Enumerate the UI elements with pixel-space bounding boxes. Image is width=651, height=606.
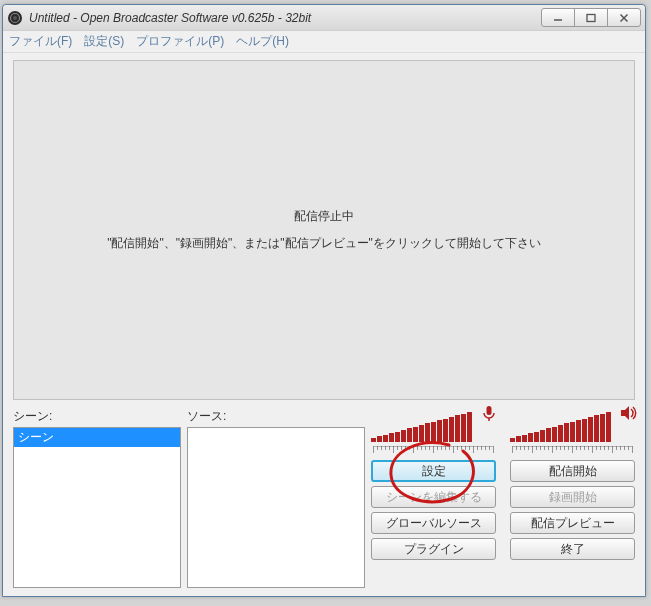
stream-status-text: 配信停止中	[294, 208, 354, 225]
menu-profile[interactable]: プロファイル(P)	[136, 33, 224, 50]
audio-meters	[371, 408, 635, 442]
meter-rulers	[371, 446, 635, 456]
stream-hint-text: "配信開始"、"録画開始"、または"配信プレビュー"をクリックして開始して下さい	[107, 235, 541, 252]
meter-bar	[588, 417, 593, 442]
meter-bar	[401, 430, 406, 442]
meter-bar	[570, 422, 575, 442]
svg-rect-4	[587, 14, 595, 21]
menu-help[interactable]: ヘルプ(H)	[236, 33, 289, 50]
menubar: ファイル(F) 設定(S) プロファイル(P) ヘルプ(H)	[3, 31, 645, 53]
start-record-button[interactable]: 録画開始	[510, 486, 635, 508]
controls-panel: 設定 配信開始 シーンを編集する 録画開始 グローバルソース 配信プレビュー プ…	[371, 408, 635, 588]
sources-panel: ソース:	[187, 408, 365, 588]
meter-bar	[540, 430, 545, 442]
meter-bar	[455, 415, 460, 442]
meter-bar	[425, 423, 430, 442]
scene-item[interactable]: シーン	[14, 428, 180, 447]
meter-bar	[377, 436, 382, 442]
bottom-panels: シーン: シーン ソース:	[13, 408, 635, 588]
meter-bar	[461, 414, 466, 442]
obs-app-icon	[7, 10, 23, 26]
meter-bar	[600, 414, 605, 442]
settings-button[interactable]: 設定	[371, 460, 496, 482]
sources-listbox[interactable]	[187, 427, 365, 588]
edit-scene-button[interactable]: シーンを編集する	[371, 486, 496, 508]
menu-file[interactable]: ファイル(F)	[9, 33, 72, 50]
window-controls	[541, 8, 641, 27]
minimize-button[interactable]	[541, 8, 575, 27]
meter-bar	[546, 428, 551, 442]
scenes-panel: シーン: シーン	[13, 408, 181, 588]
close-button[interactable]	[607, 8, 641, 27]
meter-bar	[558, 425, 563, 442]
meter-bar	[552, 427, 557, 442]
speaker-meter[interactable]	[510, 408, 635, 442]
meter-bar	[564, 423, 569, 442]
ruler-speaker	[510, 446, 635, 456]
microphone-icon	[480, 404, 498, 422]
maximize-icon	[586, 13, 596, 23]
mic-meter[interactable]	[371, 408, 496, 442]
svg-point-2	[13, 16, 17, 20]
preview-stream-button[interactable]: 配信プレビュー	[510, 512, 635, 534]
exit-button[interactable]: 終了	[510, 538, 635, 560]
plugins-button[interactable]: プラグイン	[371, 538, 496, 560]
ruler-mic	[371, 446, 496, 456]
meter-bar	[449, 417, 454, 442]
window-title: Untitled - Open Broadcaster Software v0.…	[29, 11, 541, 25]
meter-bar	[516, 436, 521, 442]
meter-bar	[510, 438, 515, 442]
speaker-icon	[619, 404, 637, 422]
sources-label: ソース:	[187, 408, 365, 425]
meter-bar	[413, 427, 418, 442]
minimize-icon	[553, 13, 563, 23]
scenes-label: シーン:	[13, 408, 181, 425]
meter-bar	[371, 438, 376, 442]
meter-bar	[383, 435, 388, 442]
meter-bar	[576, 420, 581, 442]
meter-bar	[395, 432, 400, 443]
application-window: Untitled - Open Broadcaster Software v0.…	[2, 4, 646, 597]
meter-bar	[437, 420, 442, 442]
meter-bar	[528, 433, 533, 442]
meter-bar	[407, 428, 412, 442]
meter-bar	[582, 419, 587, 443]
menu-settings[interactable]: 設定(S)	[84, 33, 124, 50]
maximize-button[interactable]	[574, 8, 608, 27]
meter-bar	[606, 412, 611, 442]
preview-area: 配信停止中 "配信開始"、"録画開始"、または"配信プレビュー"をクリックして開…	[13, 60, 635, 400]
control-buttons: 設定 配信開始 シーンを編集する 録画開始 グローバルソース 配信プレビュー プ…	[371, 460, 635, 560]
meter-bar	[522, 435, 527, 442]
meter-bar	[467, 412, 472, 442]
meter-bar	[534, 432, 539, 443]
meter-bar	[431, 422, 436, 442]
meter-bar	[443, 419, 448, 443]
start-stream-button[interactable]: 配信開始	[510, 460, 635, 482]
global-sources-button[interactable]: グローバルソース	[371, 512, 496, 534]
titlebar[interactable]: Untitled - Open Broadcaster Software v0.…	[3, 5, 645, 31]
meter-bar	[594, 415, 599, 442]
meter-bar	[389, 433, 394, 442]
meter-bar	[419, 425, 424, 442]
scenes-listbox[interactable]: シーン	[13, 427, 181, 588]
close-icon	[619, 13, 629, 23]
svg-rect-7	[487, 406, 492, 415]
